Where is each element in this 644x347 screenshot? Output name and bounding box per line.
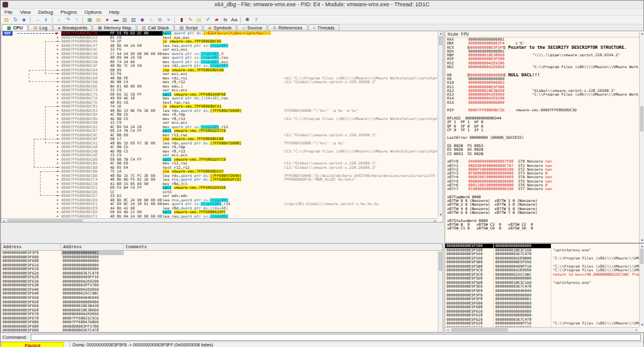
hide-fpu-button[interactable]: Hide FPU [445, 31, 644, 38]
tab-bar: ▦CPU▤Log●Breakpoints▦Memory Map▥Call Sta… [1, 24, 643, 31]
scroll-thumb[interactable] [640, 249, 643, 264]
register-row[interactable]: x87SW_C1 0 x87SW_C0 0 x87SW_IR 0 [447, 226, 638, 230]
pause-icon[interactable]: ‖ [42, 16, 50, 24]
step-over-icon[interactable]: ↷ [64, 16, 72, 24]
tab-threads[interactable]: »Threads [308, 24, 340, 31]
scroll-right-arrow[interactable]: ► [634, 328, 639, 332]
command-input[interactable] [31, 334, 641, 341]
dump-header-value[interactable]: Address [61, 244, 124, 250]
x87-value: 0 [545, 183, 548, 187]
script-icon[interactable]: ▧ [129, 16, 138, 24]
tab-label: Script [186, 25, 198, 31]
tab-script[interactable]: ▧Script [174, 24, 203, 31]
step-into-icon[interactable]: ↓ [55, 16, 63, 24]
help-icon[interactable]: ? [252, 16, 260, 24]
toolbar-separator [174, 17, 175, 23]
scroll-left-arrow[interactable]: ◄ [445, 328, 450, 332]
tab-label: Threads [317, 25, 335, 31]
cpu-window-icon[interactable]: ▦ [86, 16, 94, 24]
tab-source[interactable]: ◇Source [237, 24, 267, 31]
comment-icon[interactable]: ✎ [186, 16, 194, 24]
register-name: x87r7 [447, 187, 468, 191]
tab-references[interactable]: ⊙References [268, 24, 307, 31]
register-value: 0000000000000000 [468, 77, 505, 81]
label-icon[interactable]: ▤ [195, 16, 203, 24]
toolbar-separator [240, 17, 241, 23]
scroll-down-arrow[interactable]: ▼ [438, 213, 443, 217]
instruction-dot [57, 102, 58, 103]
run-icon[interactable]: → [33, 16, 41, 24]
annotation: NULL DACL!!! [508, 73, 540, 77]
x87-value: nan [545, 164, 552, 168]
scroll-thumb[interactable] [640, 106, 643, 131]
font-icon[interactable]: Aa [230, 16, 238, 24]
fx-icon[interactable]: fx [221, 16, 229, 24]
menu-item-view[interactable]: View [16, 9, 34, 16]
dump-comment [124, 328, 443, 333]
tab-label: Memory Map [104, 25, 131, 31]
scroll-up-arrow[interactable]: ▲ [438, 31, 443, 36]
settings-icon[interactable]: ✱ [243, 16, 251, 24]
register-comment: "\\\\.\\pipe\\vmware.vprint.228.6334.2" [532, 53, 620, 57]
dump-header-comments[interactable]: Comments [124, 244, 443, 250]
tab-cpu[interactable]: ▦CPU [2, 24, 28, 31]
patch-icon[interactable]: ▮ [178, 16, 186, 24]
menu-item-plugins[interactable]: Plugins [57, 9, 81, 16]
tab-call-stack[interactable]: ▥Call Stack [137, 24, 174, 31]
source-icon[interactable]: ○ [147, 16, 155, 24]
menu-item-options[interactable]: Options [81, 9, 106, 16]
menu-item-debug[interactable]: Debug [34, 9, 57, 16]
dump-row[interactable]: 0000000000E5F690000000000367C478 [1, 328, 443, 333]
restart-icon[interactable]: ↻ [11, 16, 19, 24]
scroll-up-arrow[interactable]: ▲ [640, 244, 644, 248]
references-icon: ⊙ [273, 26, 276, 30]
tab-memory-map[interactable]: ▦Memory Map [93, 24, 136, 31]
menu-item-file[interactable]: File [1, 9, 16, 16]
scroll-up-arrow[interactable]: ▲ [640, 31, 644, 36]
menu-item-help[interactable]: Help [106, 9, 123, 16]
log-icon: ▤ [33, 26, 38, 30]
window-title: x64_dbg - File: vmware-vmx.exe - PID: E4… [214, 1, 430, 8]
scroll-down-arrow[interactable]: ▼ [640, 238, 644, 243]
open-file-icon[interactable]: ▨ [3, 16, 11, 24]
disassembly-horizontal-scrollbar[interactable]: ◄ ► [1, 218, 438, 223]
registers-vertical-scrollbar[interactable]: ▲ ▼ [639, 31, 644, 243]
scroll-left-arrow[interactable]: ◄ [1, 219, 6, 223]
register-comment: "Global\\vmware.vprint-s.228.26500.3" [532, 89, 616, 93]
tab-symbols[interactable]: ◆Symbols [203, 24, 236, 31]
disassembly-rows: RIP00007FF68068DC3DFF 15 FD D3 2C 00call… [1, 31, 443, 218]
log-window-icon[interactable]: ▤ [94, 16, 103, 24]
instruction-dot [57, 89, 58, 91]
search-icon[interactable]: ⊙ [156, 16, 164, 24]
register-value: 0000000000000003 [468, 81, 505, 84]
step-out-icon[interactable]: ↑ [73, 16, 81, 24]
memory-map-icon[interactable]: ▬ [112, 16, 120, 24]
scroll-thumb[interactable] [439, 252, 442, 271]
source-icon: ◇ [242, 26, 245, 30]
dump-header-address[interactable]: Address [1, 244, 61, 250]
erase-icon[interactable]: ▰ [213, 16, 221, 24]
breakpoint-icon[interactable]: ● [103, 16, 111, 24]
dump-vertical-scrollbar[interactable] [438, 251, 443, 332]
scroll-thumb[interactable] [451, 328, 508, 331]
references-icon[interactable]: » [164, 16, 173, 24]
registers-list: RAX0000000000000001RBX00000000000001F4L'… [447, 38, 638, 243]
dump-address: 0000000000E5F690 [1, 328, 61, 333]
scroll-thumb[interactable] [439, 36, 442, 45]
highlight-icon[interactable]: ✐ [204, 16, 212, 24]
scroll-thumb[interactable] [8, 219, 83, 223]
disassembly-vertical-scrollbar[interactable]: ▲ ▼ [438, 31, 443, 217]
x87-value: nan [545, 168, 552, 171]
x87-value: nan [545, 159, 552, 163]
symbols-icon[interactable]: ◆ [138, 16, 146, 24]
stack-horizontal-scrollbar[interactable]: ◄ ► [445, 327, 639, 332]
tab-breakpoints[interactable]: ●Breakpoints [53, 24, 93, 31]
scroll-right-arrow[interactable]: ► [433, 219, 438, 223]
tab-log[interactable]: ▤Log [28, 24, 52, 31]
register-comment: L'Ǵ' [516, 41, 525, 45]
stop-icon[interactable]: ■ [20, 16, 28, 24]
stack-vertical-scrollbar[interactable]: ▲ ▼ [639, 244, 644, 327]
scroll-down-arrow[interactable]: ▼ [640, 323, 644, 327]
register-row[interactable]: RDI00000000042E9950"C:\\Program Files (x… [447, 65, 638, 69]
call-stack-icon[interactable]: ▥ [121, 16, 129, 24]
